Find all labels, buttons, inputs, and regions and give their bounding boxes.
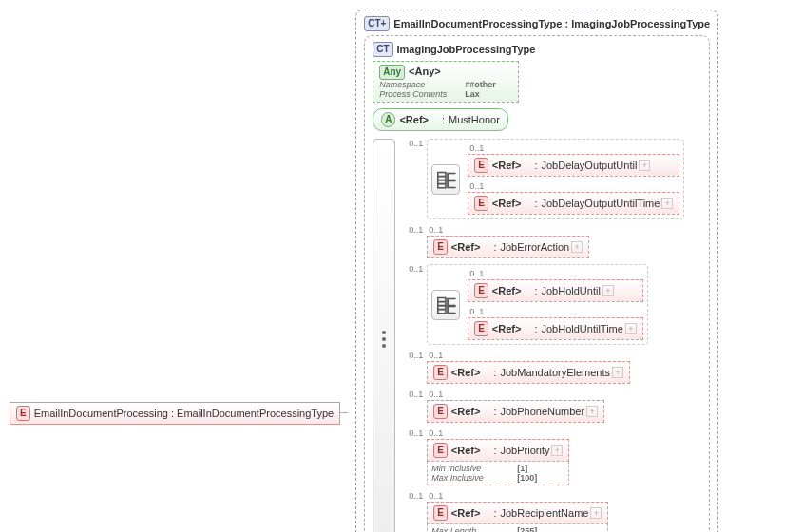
inner-ct-name: ImagingJobProcessingType <box>397 44 536 55</box>
occurrence-label: 0..1 <box>429 428 569 438</box>
occurrence-label: 0..1 <box>429 491 608 501</box>
expand-icon[interactable]: + <box>590 507 602 519</box>
ref-name: JobMandatoryElements <box>500 367 610 378</box>
any-wildcard-top: Any<Any> Namespace##other Process Conten… <box>373 61 519 103</box>
element-ref-jobholduntil: E<Ref> : JobHoldUntil+ <box>468 279 643 302</box>
element-ref-jobpriority: E<Ref> : JobPriority+ <box>427 439 569 462</box>
facets: Max Length[255] <box>427 523 608 532</box>
diagram-root: E EmailInDocumentProcessing : EmailInDoc… <box>10 10 793 532</box>
element-badge: E <box>433 365 448 380</box>
element-ref-jobdelayoutputuntiltime: E<Ref> : JobDelayOutputUntilTime+ <box>468 192 679 215</box>
choice-compositor: ⊟⊏⊟⊏ <box>431 164 460 195</box>
occurrence-label: 0..1 <box>405 390 427 399</box>
outer-complex-type: CT+ EmailInDocumentProcessingType : Imag… <box>355 10 718 532</box>
occurrence-label: 0..1 <box>469 181 679 191</box>
ref-name: JobErrorAction <box>500 241 569 253</box>
sequence-compositor <box>373 139 395 532</box>
occurrence-label: 0..1 <box>429 225 589 235</box>
ref-name: JobRecipientName <box>500 507 588 519</box>
root-element: E EmailInDocumentProcessing : EmailInDoc… <box>10 402 340 425</box>
expand-icon[interactable]: + <box>639 160 650 171</box>
expand-icon[interactable]: + <box>551 445 563 456</box>
occurrence-label: 0..1 <box>469 143 679 153</box>
expand-icon[interactable]: + <box>661 198 673 209</box>
inner-complex-type: CT ImagingJobProcessingType Any<Any> Nam… <box>364 35 710 532</box>
choice-group: ⊟⊏⊟⊏0..1E<Ref> : JobDelayOutputUntil+0..… <box>427 139 684 219</box>
element-ref-jobrecipientname: E<Ref> : JobRecipientName+ <box>427 502 608 524</box>
ref-name: JobPhoneNumber <box>500 406 584 417</box>
element-badge: E <box>474 158 488 173</box>
element-ref-joberroraction: E<Ref> : JobErrorAction+ <box>427 236 589 258</box>
ref-name: JobPriority <box>500 445 549 456</box>
facets: Min Inclusive[1]Max Inclusive[100] <box>427 461 569 485</box>
element-badge: E <box>433 505 448 521</box>
element-ref-jobphonenumber: E<Ref> : JobPhoneNumber+ <box>427 400 604 423</box>
ct-badge: CT+ <box>364 16 390 31</box>
attr-badge: A <box>381 112 395 127</box>
element-ref-jobmandatoryelements: E<Ref> : JobMandatoryElements+ <box>427 361 630 384</box>
occurrence-label: 0..1 <box>429 351 630 360</box>
occurrence-label: 0..1 <box>405 428 427 438</box>
element-ref-jobdelayoutputuntil: E<Ref> : JobDelayOutputUntil+ <box>468 154 679 177</box>
element-badge: E <box>433 404 448 419</box>
ref-name: JobDelayOutputUntilTime <box>541 198 660 209</box>
occurrence-label: 0..1 <box>405 351 427 360</box>
ref-name: JobDelayOutputUntil <box>541 160 637 171</box>
expand-icon[interactable]: + <box>571 241 583 253</box>
element-badge: E <box>474 283 488 298</box>
outer-ct-name: EmailInDocumentProcessingType : ImagingJ… <box>393 18 710 29</box>
attribute-musthonor: A <Ref> : MustHonor <box>373 108 508 131</box>
ref-name: JobHoldUntilTime <box>541 323 622 334</box>
occurrence-label: 0..1 <box>469 307 643 316</box>
any-badge: Any <box>379 65 405 80</box>
element-badge: E <box>474 196 488 211</box>
occurrence-label: 0..1 <box>405 491 427 501</box>
expand-icon[interactable]: + <box>602 285 614 296</box>
choice-group: ⊟⊏⊟⊏0..1E<Ref> : JobHoldUntil+0..1E<Ref>… <box>427 264 648 345</box>
choice-compositor: ⊟⊏⊟⊏ <box>431 290 460 320</box>
occurrence-label: 0..1 <box>405 264 427 274</box>
occurrence-label: 0..1 <box>405 225 427 235</box>
occurrence-label: 0..1 <box>429 390 604 399</box>
element-badge: E <box>16 406 30 421</box>
expand-icon[interactable]: + <box>625 323 637 334</box>
occurrence-label: 0..1 <box>405 139 427 148</box>
element-badge: E <box>433 443 448 458</box>
ref-name: JobHoldUntil <box>541 285 600 296</box>
expand-icon[interactable]: + <box>586 406 598 417</box>
expand-icon[interactable]: + <box>612 367 623 378</box>
connector <box>340 412 348 413</box>
ct-badge: CT <box>373 42 392 57</box>
element-badge: E <box>474 321 488 336</box>
element-ref-jobholduntiltime: E<Ref> : JobHoldUntilTime+ <box>468 317 643 340</box>
occurrence-label: 0..1 <box>469 269 643 278</box>
element-badge: E <box>433 239 448 255</box>
root-name: EmailInDocumentProcessing : EmailInDocum… <box>34 408 334 419</box>
